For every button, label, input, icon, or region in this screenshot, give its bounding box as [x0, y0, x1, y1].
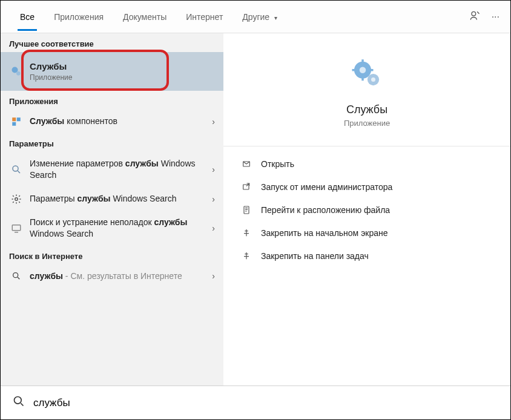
chevron-right-icon[interactable]: › — [212, 165, 215, 174]
svg-point-0 — [472, 11, 476, 16]
preview-subtitle: Приложение — [344, 119, 390, 128]
svg-rect-14 — [352, 69, 355, 71]
search-bar[interactable] — [1, 386, 510, 419]
action-label: Закрепить на панели задач — [261, 251, 369, 261]
result-text: Службы компонентов — [30, 116, 212, 127]
action-run-admin[interactable]: Запуск от имени администратора — [223, 176, 510, 199]
result-change-search-service[interactable]: Изменение параметров службы Windows Sear… — [1, 152, 223, 187]
search-settings-icon — [10, 163, 22, 176]
topbar-right: ··· — [469, 10, 499, 24]
result-text: Параметры службы Windows Search — [30, 193, 212, 205]
result-search-service-params[interactable]: Параметры службы Windows Search › — [1, 187, 223, 211]
preview-title: Службы — [346, 103, 387, 116]
svg-rect-8 — [12, 225, 21, 231]
svg-point-6 — [13, 166, 18, 171]
action-pin-taskbar[interactable]: Закрепить на панели задач — [223, 244, 510, 267]
svg-rect-20 — [244, 206, 249, 214]
result-text: службы - См. результаты в Интернете — [30, 271, 212, 282]
section-best-match: Лучшее соответствие — [1, 33, 223, 52]
top-tabs-bar: Все Приложения Документы Интернет Другие… — [1, 1, 510, 33]
admin-icon — [240, 181, 252, 193]
folder-icon — [240, 204, 252, 216]
result-text: Поиск и устранение неполадок службы Wind… — [30, 217, 212, 240]
action-open[interactable]: Открыть — [223, 153, 510, 176]
result-component-services[interactable]: Службы компонентов › — [1, 110, 223, 133]
component-services-icon — [10, 116, 22, 128]
search-icon — [13, 395, 25, 410]
services-icon — [10, 65, 22, 77]
result-best-match[interactable]: Службы Приложение — [1, 52, 223, 91]
preview-header: Службы Приложение — [223, 33, 510, 128]
svg-point-9 — [13, 273, 18, 278]
tab-documents[interactable]: Документы — [114, 4, 175, 30]
section-settings: Параметры — [1, 133, 223, 152]
chevron-right-icon[interactable]: › — [212, 117, 215, 126]
search-icon — [10, 270, 22, 282]
best-subtitle: Приложение — [30, 73, 215, 82]
action-label: Открыть — [261, 159, 294, 169]
feedback-icon[interactable] — [469, 10, 481, 24]
result-text: Службы Приложение — [30, 61, 215, 82]
section-web: Поиск в Интернете — [1, 246, 223, 264]
open-icon — [240, 158, 252, 170]
actions-list: Открыть Запуск от имени администратора П… — [223, 146, 510, 274]
svg-rect-12 — [361, 59, 364, 62]
more-icon[interactable]: ··· — [492, 11, 499, 22]
chevron-right-icon[interactable]: › — [212, 223, 215, 233]
svg-rect-3 — [12, 117, 16, 121]
pin-taskbar-icon — [240, 250, 252, 262]
svg-point-2 — [16, 71, 21, 76]
chevron-down-icon: ▾ — [274, 15, 277, 21]
rest-part: компонентов — [64, 116, 117, 126]
chevron-right-icon[interactable]: › — [212, 271, 215, 281]
action-label: Перейти к расположению файла — [261, 205, 390, 215]
search-input[interactable] — [33, 397, 498, 409]
best-title: Службы — [30, 61, 215, 73]
svg-point-21 — [15, 397, 22, 404]
tab-internet[interactable]: Интернет — [177, 4, 231, 30]
gear-icon — [10, 193, 22, 205]
bold-part: Службы — [30, 116, 64, 126]
result-text: Изменение параметров службы Windows Sear… — [30, 158, 212, 181]
tab-other-label: Другие — [242, 12, 269, 22]
action-pin-start[interactable]: Закрепить на начальном экране — [223, 221, 510, 244]
main-area: Лучшее соответствие Службы Приложение Пр… — [1, 33, 510, 386]
svg-rect-19 — [243, 185, 249, 189]
tab-apps[interactable]: Приложения — [45, 4, 112, 30]
preview-panel: Службы Приложение Открыть Запуск от имен… — [223, 33, 510, 386]
svg-point-7 — [15, 197, 18, 200]
troubleshoot-icon — [10, 222, 22, 234]
svg-rect-15 — [370, 69, 373, 71]
tabs-container: Все Приложения Документы Интернет Другие… — [12, 4, 469, 30]
preview-app-icon — [349, 55, 385, 91]
svg-rect-5 — [12, 122, 16, 126]
section-apps: Приложения — [1, 91, 223, 110]
results-panel: Лучшее соответствие Службы Приложение Пр… — [1, 33, 223, 386]
tab-all[interactable]: Все — [12, 4, 43, 30]
svg-rect-13 — [361, 77, 364, 80]
result-troubleshoot-search[interactable]: Поиск и устранение неполадок службы Wind… — [1, 211, 223, 246]
svg-point-11 — [360, 67, 366, 74]
chevron-right-icon[interactable]: › — [212, 194, 215, 204]
svg-point-17 — [371, 77, 375, 82]
pin-start-icon — [240, 227, 252, 239]
action-label: Закрепить на начальном экране — [261, 228, 388, 238]
action-label: Запуск от имени администратора — [261, 182, 392, 192]
action-file-location[interactable]: Перейти к расположению файла — [223, 199, 510, 221]
svg-rect-4 — [17, 117, 21, 121]
result-web-search[interactable]: службы - См. результаты в Интернете › — [1, 264, 223, 288]
tab-other[interactable]: Другие ▾ — [234, 4, 286, 30]
